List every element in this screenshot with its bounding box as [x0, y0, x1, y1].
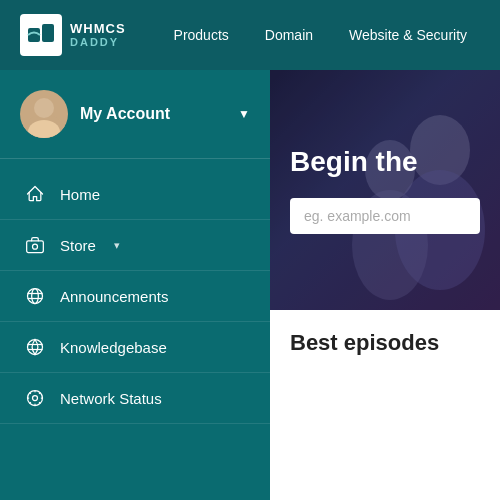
globe-icon: [24, 285, 46, 307]
header: WHMCS DADDY Products Domain Website & Se…: [0, 0, 500, 70]
svg-point-6: [33, 244, 38, 249]
hero-begin-text: Begin the: [290, 146, 480, 178]
nav-products[interactable]: Products: [156, 0, 247, 70]
sidebar-item-network-status[interactable]: Network Status: [0, 373, 270, 424]
sidebar-home-label: Home: [60, 186, 100, 203]
sidebar: My Account ▼ Home: [0, 70, 270, 500]
svg-point-8: [32, 289, 39, 304]
logo-text: WHMCS DADDY: [70, 22, 126, 48]
svg-rect-0: [28, 28, 40, 42]
svg-point-7: [28, 289, 43, 304]
svg-point-15: [33, 396, 38, 401]
sidebar-knowledgebase-label: Knowledgebase: [60, 339, 167, 356]
svg-rect-1: [42, 24, 54, 42]
sidebar-nav: Home Store ▾: [0, 159, 270, 434]
sidebar-item-announcements[interactable]: Announcements: [0, 271, 270, 322]
network-icon: [24, 387, 46, 409]
sidebar-item-knowledgebase[interactable]: Knowledgebase: [0, 322, 270, 373]
main-nav: Products Domain Website & Security: [156, 0, 486, 70]
svg-rect-5: [27, 241, 44, 253]
sidebar-item-home[interactable]: Home: [0, 169, 270, 220]
logo[interactable]: WHMCS DADDY: [20, 14, 126, 56]
store-dropdown-arrow: ▾: [114, 239, 120, 252]
svg-point-11: [28, 340, 43, 355]
bottom-section: Best episodes: [270, 310, 500, 500]
best-episodes-title: Best episodes: [290, 330, 480, 356]
store-icon: [24, 234, 46, 256]
search-box[interactable]: eg. example.com: [290, 198, 480, 234]
hero-text-area: Begin the eg. example.com: [270, 116, 500, 264]
account-dropdown[interactable]: My Account ▼: [0, 70, 270, 159]
sidebar-network-status-label: Network Status: [60, 390, 162, 407]
sidebar-announcements-label: Announcements: [60, 288, 168, 305]
logo-icon: [20, 14, 62, 56]
sidebar-store-label: Store: [60, 237, 96, 254]
right-content: Begin the eg. example.com Best episodes: [270, 70, 500, 500]
account-name: My Account: [80, 105, 226, 123]
avatar: [20, 90, 68, 138]
globe-alt-icon: [24, 336, 46, 358]
hero-banner: Begin the eg. example.com: [270, 70, 500, 310]
nav-domain[interactable]: Domain: [247, 0, 331, 70]
search-placeholder: eg. example.com: [304, 208, 411, 224]
home-icon: [24, 183, 46, 205]
svg-point-3: [34, 98, 54, 118]
sidebar-item-store[interactable]: Store ▾: [0, 220, 270, 271]
nav-website-security[interactable]: Website & Security: [331, 0, 485, 70]
account-dropdown-arrow: ▼: [238, 107, 250, 121]
main-layout: My Account ▼ Home: [0, 70, 500, 500]
